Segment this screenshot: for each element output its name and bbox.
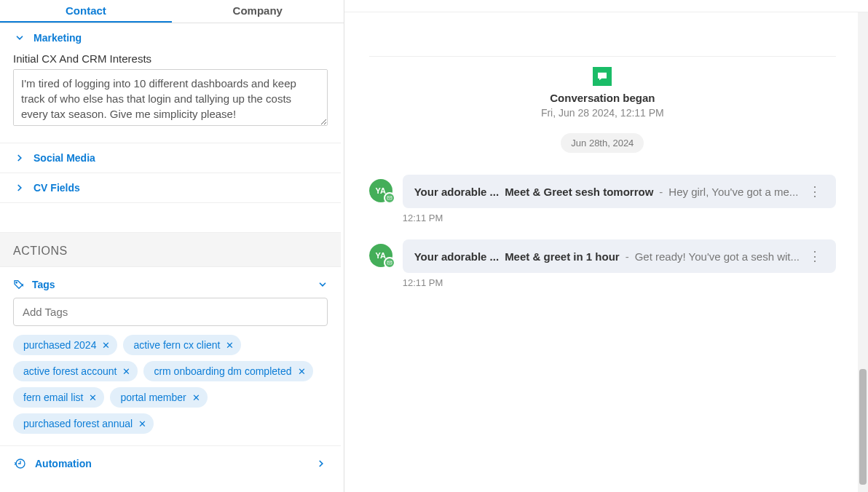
tab-company[interactable]: Company: [172, 0, 344, 23]
svg-point-0: [16, 282, 17, 283]
chevron-down-icon: [15, 33, 25, 43]
close-icon[interactable]: ✕: [192, 393, 200, 402]
tag-chip-label: purchased forest annual: [23, 418, 133, 429]
separator: -: [659, 186, 663, 198]
message-time: 12:11 PM: [403, 213, 836, 223]
right-scroll-wrap: Conversation began Fri, Jun 28 2024, 12:…: [344, 12, 868, 492]
tag-chip-label: crm onboarding dm completed: [154, 365, 291, 377]
tags-header[interactable]: Tags: [13, 279, 328, 290]
interests-textarea[interactable]: [13, 69, 328, 126]
close-icon[interactable]: ✕: [122, 367, 130, 376]
conversation-area: Conversation began Fri, Jun 28 2024, 12:…: [344, 12, 858, 492]
conversation-begin: Conversation began Fri, Jun 28 2024, 12:…: [369, 56, 836, 119]
tag-chip-label: fern email list: [23, 392, 83, 403]
tag-icon: [13, 279, 25, 290]
close-icon[interactable]: ✕: [298, 367, 306, 376]
avatar[interactable]: YA: [369, 244, 392, 267]
close-icon[interactable]: ✕: [89, 393, 97, 402]
section-automation[interactable]: Automation: [0, 446, 341, 481]
tag-chip[interactable]: crm onboarding dm completed✕: [143, 361, 312, 381]
more-icon[interactable]: ⋮: [805, 185, 824, 198]
message-preview: Hey girl, You've got a me...: [668, 186, 800, 198]
tag-chip-label: active fern cx client: [133, 339, 220, 351]
tag-chip[interactable]: portal member✕: [110, 387, 207, 408]
close-icon[interactable]: ✕: [102, 341, 110, 350]
message-from: Your adorable ...: [414, 186, 499, 198]
section-title: Marketing: [33, 32, 82, 44]
tag-chip[interactable]: purchased 2024✕: [13, 335, 117, 355]
avatar[interactable]: YA: [369, 179, 392, 202]
message-icon: [593, 67, 612, 86]
message-row: YAYour adorable ...Meet & greet in 1 hou…: [369, 239, 836, 273]
conversation-begin-date: Fri, Jun 28 2024, 12:11 PM: [369, 107, 836, 119]
message-from: Your adorable ...: [414, 250, 499, 263]
section-title: CV Fields: [33, 182, 80, 194]
scrollbar-thumb[interactable]: [859, 369, 867, 485]
mail-badge-icon: [384, 192, 395, 204]
tag-input[interactable]: [13, 298, 328, 326]
messages-list: YAYour adorable ...Meet & Greet sesh tom…: [369, 175, 836, 288]
message-subject: Meet & greet in 1 hour: [505, 250, 620, 263]
left-scroll-area[interactable]: Marketing Initial CX And CRM Interests S…: [0, 23, 344, 492]
date-divider: Jun 28th, 2024: [561, 133, 644, 153]
chevron-down-icon: [317, 279, 328, 290]
section-cv: CV Fields: [0, 173, 341, 203]
section-tags: Tags purchased 2024✕active fern cx clien…: [0, 267, 341, 446]
close-icon[interactable]: ✕: [226, 341, 234, 350]
message-row: YAYour adorable ...Meet & Greet sesh tom…: [369, 175, 836, 208]
tag-chip-label: active forest account: [23, 365, 117, 377]
message-bubble[interactable]: Your adorable ...Meet & greet in 1 hour-…: [403, 239, 836, 273]
section-header-cv[interactable]: CV Fields: [0, 173, 341, 202]
right-panel: Conversation began Fri, Jun 28 2024, 12:…: [344, 0, 868, 492]
left-panel: Contact Company Marketing Initial CX And…: [0, 0, 344, 492]
message-preview: Get ready! You've got a sesh wit...: [635, 250, 800, 263]
scrollbar[interactable]: [858, 12, 868, 492]
tabs-row: Contact Company: [0, 0, 344, 23]
tag-chips: purchased 2024✕active fern cx client✕act…: [13, 335, 328, 434]
section-title: Social Media: [33, 152, 95, 164]
actions-header: ACTIONS: [0, 232, 341, 267]
marketing-body: Initial CX And CRM Interests: [0, 52, 341, 143]
mail-badge-icon: [384, 257, 395, 269]
separator: -: [626, 250, 629, 263]
chevron-right-icon: [316, 459, 326, 469]
close-icon[interactable]: ✕: [138, 419, 146, 429]
section-social: Social Media: [0, 143, 341, 173]
message-bubble[interactable]: Your adorable ...Meet & Greet sesh tomor…: [403, 175, 836, 208]
more-icon[interactable]: ⋮: [805, 250, 824, 263]
section-marketing: Marketing Initial CX And CRM Interests: [0, 23, 341, 143]
tag-chip[interactable]: fern email list✕: [13, 387, 104, 408]
message-subject: Meet & Greet sesh tomorrow: [505, 186, 653, 198]
automation-icon: [15, 458, 26, 469]
interests-label: Initial CX And CRM Interests: [13, 52, 328, 65]
right-top-bar: [344, 0, 868, 12]
tab-contact[interactable]: Contact: [0, 0, 172, 23]
tag-chip[interactable]: active forest account✕: [13, 361, 138, 381]
section-header-social[interactable]: Social Media: [0, 143, 341, 172]
conversation-begin-title: Conversation began: [369, 92, 836, 104]
tag-chip[interactable]: purchased forest annual✕: [13, 413, 154, 434]
tag-chip-label: portal member: [120, 392, 186, 403]
section-header-marketing[interactable]: Marketing: [0, 23, 341, 52]
tag-chip[interactable]: active fern cx client✕: [123, 335, 241, 355]
chevron-right-icon: [15, 183, 25, 193]
tags-label: Tags: [32, 279, 55, 290]
message-time: 12:11 PM: [403, 277, 836, 288]
chevron-right-icon: [15, 153, 25, 163]
automation-label: Automation: [35, 458, 92, 469]
tag-chip-label: purchased 2024: [23, 339, 96, 351]
